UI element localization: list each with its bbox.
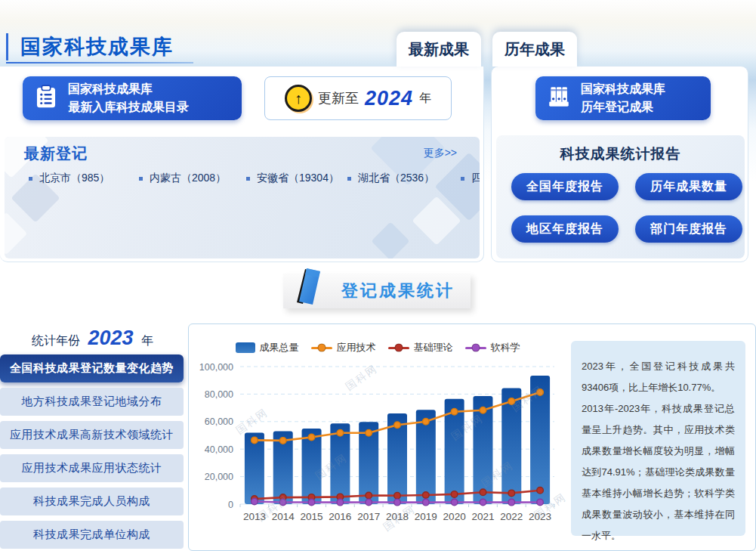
svg-text:2023: 2023 — [529, 511, 551, 522]
report-card-heading: 科技成果统计报告 — [496, 144, 745, 164]
summary-panel: 2023年，全国登记科技成果共93406项，比上年增长10.77%。 2013年… — [571, 341, 745, 536]
legend-item[interactable]: 应用技术 — [311, 341, 376, 354]
svg-text:2017: 2017 — [357, 511, 380, 522]
summary-paragraph: 2013年-2023年，科技成果登记总量呈上升趋势。其中，应用技术类成果数量增长… — [582, 398, 735, 546]
province-item[interactable]: 四川省（4896） — [461, 167, 480, 190]
statistics-year-row: 统计年份 2023 年 — [0, 327, 185, 350]
history-button-label: 国家科技成果库 历年登记成果 — [581, 80, 665, 116]
report-card: 科技成果统计报告 全国年度报告历年成果数量地区年度报告部门年度报告 — [496, 135, 745, 258]
province-item[interactable]: 内蒙古（2008） — [139, 167, 246, 190]
stats-menu-item[interactable]: 应用技术成果应用状态统计 — [0, 454, 184, 482]
update-prefix: 更新至 — [318, 89, 359, 107]
svg-text:2013: 2013 — [243, 511, 266, 522]
svg-text:0: 0 — [228, 500, 233, 510]
books-icon — [546, 84, 572, 113]
province-list: 北京市（985）内蒙古（2008）安徽省（19304）湖北省（2536）四川省（… — [29, 167, 480, 190]
svg-text:2021: 2021 — [471, 511, 494, 522]
legend-line-swatch — [465, 347, 486, 349]
latest-results-panel: 国家科技成果库 最新入库科技成果目录 ↑ 更新至 2024 年 最新登记 更多>… — [0, 66, 484, 262]
tab-history-results[interactable]: 历年成果 — [492, 32, 577, 67]
svg-text:2022: 2022 — [500, 511, 523, 522]
svg-text:100,000: 100,000 — [199, 362, 233, 373]
latest-registry-section: 最新登记 更多>> 北京市（985）内蒙古（2008）安徽省（19304）湖北省… — [5, 137, 480, 258]
svg-text:2016: 2016 — [329, 511, 351, 522]
legend-line-swatch — [388, 347, 409, 349]
svg-text:60,000: 60,000 — [205, 416, 233, 427]
svg-text:20,000: 20,000 — [205, 472, 233, 482]
svg-text:2020: 2020 — [443, 511, 466, 522]
more-link[interactable]: 更多>> — [424, 147, 457, 160]
page-title: 国家科技成果库 — [6, 33, 174, 60]
title-underline — [6, 62, 193, 63]
svg-text:2015: 2015 — [301, 511, 323, 522]
report-button[interactable]: 地区年度报告 — [511, 215, 619, 243]
legend-item[interactable]: 软科学 — [465, 341, 520, 354]
history-results-panel: 国家科技成果库 历年登记成果 科技成果统计报告 全国年度报告历年成果数量地区年度… — [491, 66, 748, 262]
bullet-icon — [139, 177, 143, 181]
up-arrow-circle-icon: ↑ — [285, 85, 312, 112]
tab-history-label: 历年成果 — [505, 39, 565, 60]
year-suffix: 年 — [141, 334, 153, 347]
year-label: 统计年份 — [32, 334, 80, 347]
svg-text:2019: 2019 — [415, 511, 437, 522]
history-button[interactable]: 国家科技成果库 历年登记成果 — [535, 76, 711, 120]
legend-bar-swatch — [236, 342, 255, 353]
year-value: 2023 — [88, 327, 133, 349]
stats-menu-item[interactable]: 应用技术成果高新技术领域统计 — [0, 421, 184, 449]
decor-diamond — [5, 212, 27, 255]
report-button-grid: 全国年度报告历年成果数量地区年度报告部门年度报告 — [511, 173, 742, 243]
clipboard-list-icon — [33, 84, 59, 113]
bullet-icon — [246, 177, 250, 181]
legend-line-swatch — [311, 347, 332, 349]
update-banner[interactable]: ↑ 更新至 2024 年 — [264, 76, 452, 120]
section-banner-label: 登记成果统计 — [326, 280, 471, 302]
update-year-suffix: 年 — [419, 91, 431, 107]
province-item[interactable]: 北京市（985） — [29, 167, 139, 190]
ribbon-icon — [295, 267, 326, 309]
report-button[interactable]: 历年成果数量 — [635, 173, 742, 200]
svg-text:80,000: 80,000 — [205, 389, 233, 400]
legend-item[interactable]: 成果总量 — [236, 341, 299, 354]
stats-menu-item[interactable]: 全国科技成果登记数量变化趋势 — [0, 354, 184, 382]
province-item[interactable]: 安徽省（19304） — [246, 167, 347, 190]
chart-legend: 成果总量应用技术基础理论软科学 — [211, 341, 544, 354]
report-button[interactable]: 全国年度报告 — [511, 173, 619, 200]
report-button[interactable]: 部门年度报告 — [635, 215, 742, 243]
legend-item[interactable]: 基础理论 — [388, 341, 453, 354]
bullet-icon — [347, 177, 351, 181]
decor-diamond — [372, 222, 410, 258]
bullet-icon — [461, 177, 464, 181]
stats-menu-item[interactable]: 科技成果完成单位构成 — [0, 521, 184, 549]
tab-latest-results[interactable]: 最新成果 — [397, 32, 481, 67]
province-item[interactable]: 湖北省（2536） — [347, 167, 461, 190]
svg-text:40,000: 40,000 — [205, 444, 233, 455]
svg-text:2014: 2014 — [272, 511, 295, 522]
catalog-button-label: 国家科技成果库 最新入库科技成果目录 — [68, 80, 189, 116]
catalog-button[interactable]: 国家科技成果库 最新入库科技成果目录 — [23, 76, 242, 120]
summary-paragraph: 2023年，全国登记科技成果共93406项，比上年增长10.77%。 — [582, 356, 735, 398]
chart-panel: 成果总量应用技术基础理论软科学 020,00040,00060,00080,00… — [188, 323, 756, 551]
bullet-icon — [29, 177, 32, 181]
stats-menu-item[interactable]: 地方科技成果登记地域分布 — [0, 388, 184, 416]
section-banner: 登记成果统计 — [283, 274, 471, 308]
svg-text:2018: 2018 — [386, 511, 409, 522]
update-year: 2024 — [365, 87, 413, 110]
stats-menu: 全国科技成果登记数量变化趋势地方科技成果登记地域分布应用技术成果高新技术领域统计… — [0, 354, 184, 549]
stats-menu-item[interactable]: 科技成果完成人员构成 — [0, 488, 184, 515]
latest-registry-heading: 最新登记 — [24, 144, 88, 164]
results-chart: 020,00040,00060,00080,000100,00020132014… — [196, 359, 560, 545]
tab-latest-label: 最新成果 — [409, 39, 469, 60]
